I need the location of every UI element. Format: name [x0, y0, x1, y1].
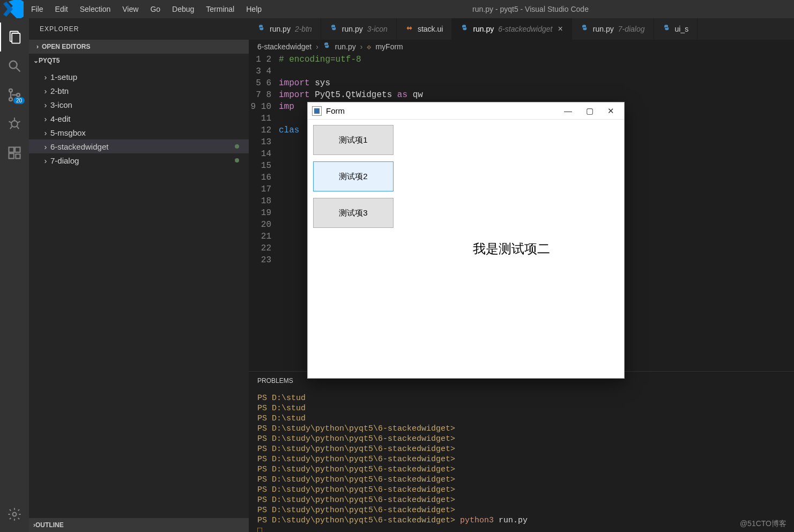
tab-run-6stacked[interactable]: run.py6-stackedwidget×: [452, 18, 572, 40]
tree-item-5-msgbox[interactable]: 5-msgbox: [29, 125, 249, 139]
chevron-right-icon: [41, 72, 50, 82]
tab-label: ui_s: [675, 25, 689, 33]
menu-debug[interactable]: Debug: [167, 2, 199, 17]
menu-terminal[interactable]: Terminal: [201, 2, 240, 17]
tree-item-2-btn[interactable]: 2-btn: [29, 84, 249, 98]
chevron-right-icon: [41, 100, 50, 109]
svg-point-17: [13, 513, 17, 516]
form-titlebar[interactable]: Form — ▢ ✕: [308, 102, 624, 120]
chevron-right-icon: [41, 114, 50, 123]
terminal[interactable]: PS D:\stud PS D:\stud PS D:\stud PS D:\s…: [249, 390, 794, 532]
svg-line-11: [10, 127, 12, 129]
explorer-icon[interactable]: [0, 23, 29, 51]
svg-point-5: [9, 98, 12, 101]
svg-line-9: [9, 121, 12, 122]
scm-icon[interactable]: 20: [0, 80, 29, 109]
chevron-right-icon: [33, 43, 42, 50]
form-sidebar: 测试项1 测试项2 测试项3: [308, 120, 399, 378]
test-item-3-button[interactable]: 测试项3: [313, 198, 394, 228]
tree-item-7-dialog[interactable]: 7-dialog: [29, 153, 249, 167]
svg-rect-14: [15, 147, 20, 152]
menu-edit[interactable]: Edit: [50, 2, 73, 17]
form-window: Form — ▢ ✕ 测试项1 测试项2 测试项3 我是测试项二: [307, 102, 625, 379]
maximize-icon[interactable]: ▢: [586, 106, 593, 116]
tree-item-3-icon[interactable]: 3-icon: [29, 98, 249, 112]
breadcrumb-folder[interactable]: 6-stackedwidget: [257, 42, 311, 51]
svg-rect-15: [9, 153, 14, 158]
search-icon[interactable]: [0, 51, 29, 80]
xml-icon: [405, 24, 413, 34]
breadcrumb[interactable]: 6-stackedwidget› run.py› ⟐ myForm: [249, 40, 794, 54]
settings-gear-icon[interactable]: [0, 503, 29, 532]
tab-label: run.py: [593, 25, 614, 33]
tree-item-label: 4-edit: [50, 114, 71, 123]
tree-item-1-setup[interactable]: 1-setup: [29, 70, 249, 84]
svg-rect-13: [9, 147, 14, 152]
main-menu: File Edit Selection View Go Debug Termin…: [26, 2, 267, 17]
form-content: 我是测试项二: [399, 120, 624, 378]
debug-icon[interactable]: [0, 109, 29, 138]
chevron-right-icon: [41, 128, 50, 137]
close-icon[interactable]: ×: [558, 24, 562, 34]
svg-point-6: [17, 93, 20, 97]
svg-line-12: [17, 127, 19, 129]
file-tree: 1-setup 2-btn 3-icon 4-edit 5-msgbox 6-s…: [29, 68, 249, 169]
explorer-title: EXPLORER: [29, 18, 249, 40]
close-icon[interactable]: ✕: [607, 106, 614, 116]
chevron-right-icon: [41, 86, 50, 95]
python-icon: [461, 24, 469, 34]
svg-point-4: [9, 89, 12, 92]
explorer-sidebar: EXPLORER OPEN EDITORS PYQT5 1-setup 2-bt…: [29, 18, 249, 532]
test-item-1-button[interactable]: 测试项1: [313, 125, 394, 155]
python-icon: [581, 24, 589, 34]
extensions-icon[interactable]: [0, 138, 29, 167]
menu-help[interactable]: Help: [241, 2, 267, 17]
title-bar: File Edit Selection View Go Debug Termin…: [0, 0, 794, 18]
menu-file[interactable]: File: [26, 2, 49, 17]
minimap[interactable]: [786, 54, 794, 371]
watermark: @51CTO博客: [740, 519, 786, 529]
tab-run-7dialog[interactable]: run.py7-dialog: [572, 18, 654, 40]
class-icon: ⟐: [367, 42, 371, 51]
svg-point-7: [11, 121, 18, 127]
menu-view[interactable]: View: [117, 2, 144, 17]
scm-badge: 20: [13, 97, 25, 104]
tab-label: run.py: [473, 25, 494, 33]
activity-bar: 20: [0, 18, 29, 532]
tab-ui-s[interactable]: ui_s: [654, 18, 698, 40]
svg-point-2: [10, 61, 17, 69]
panel-tab-problems[interactable]: PROBLEMS: [257, 374, 293, 388]
dirty-dot-icon: [235, 144, 239, 149]
tree-item-label: 7-dialog: [50, 156, 79, 165]
dirty-dot-icon: [235, 158, 239, 162]
window-title: run.py - pyqt5 - Visual Studio Code: [267, 5, 794, 13]
python-icon: [330, 24, 338, 34]
open-editors-header[interactable]: OPEN EDITORS: [29, 40, 249, 54]
breadcrumb-file[interactable]: run.py: [335, 42, 356, 51]
tab-context: 7-dialog: [618, 25, 645, 33]
tree-item-label: 5-msgbox: [50, 128, 86, 137]
tab-context: 6-stackedwidget: [498, 25, 552, 33]
tab-run-2btn[interactable]: run.py2-btn: [249, 18, 321, 40]
line-gutter: 1 2 3 4 5 6 7 8 9 10 11 12 13 14 15 16 1…: [249, 54, 279, 371]
outline-header[interactable]: OUTLINE: [29, 518, 249, 532]
test-item-2-button[interactable]: 测试项2: [313, 161, 394, 191]
breadcrumb-symbol[interactable]: myForm: [375, 42, 403, 51]
tree-item-6-stackedwidget[interactable]: 6-stackedwidget: [29, 139, 249, 153]
svg-line-3: [17, 68, 20, 72]
tab-label: run.py: [270, 25, 291, 33]
tab-stack-ui[interactable]: stack.ui: [397, 18, 452, 40]
workspace-folder-header[interactable]: PYQT5: [29, 54, 249, 68]
tab-run-3icon[interactable]: run.py3-icon: [321, 18, 397, 40]
svg-rect-16: [16, 154, 20, 158]
menu-selection[interactable]: Selection: [75, 2, 116, 17]
outline-label: OUTLINE: [35, 521, 64, 529]
svg-line-10: [18, 121, 20, 122]
minimize-icon[interactable]: —: [564, 106, 572, 116]
tree-item-4-edit[interactable]: 4-edit: [29, 112, 249, 125]
chevron-right-icon: [41, 156, 50, 165]
tree-item-label: 3-icon: [50, 100, 72, 109]
tab-label: stack.ui: [418, 25, 443, 33]
tab-label: run.py: [342, 25, 363, 33]
menu-go[interactable]: Go: [145, 2, 166, 17]
